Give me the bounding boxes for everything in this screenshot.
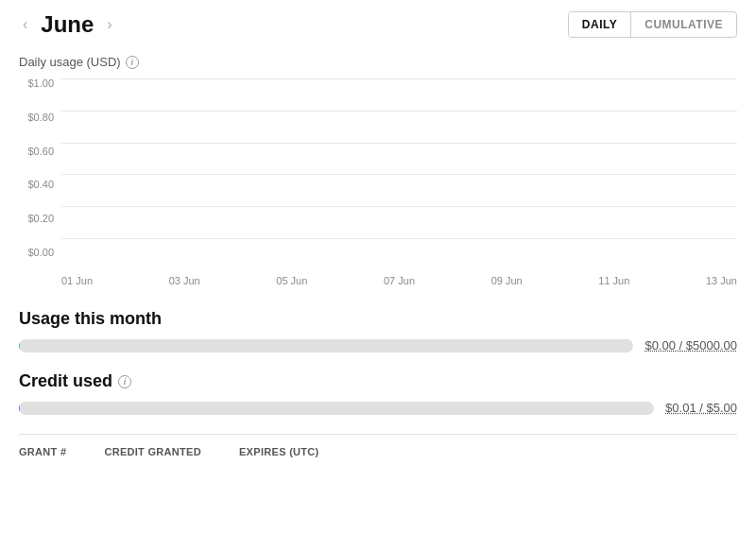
usage-month-title: Usage this month [19,309,737,329]
month-title: June [41,11,94,38]
chart-label-text: Daily usage (USD) [19,55,121,69]
grid-line-5 [61,238,737,239]
y-label-3: $0.40 [27,180,54,190]
x-axis: 01 Jun 03 Jun 05 Jun 07 Jun 09 Jun 11 Ju… [61,275,737,286]
credit-used-section: Credit used i $0.01 / $5.00 [19,371,737,415]
prev-month-button[interactable]: ‹ [19,12,31,37]
table-header: GRANT # CREDIT GRANTED EXPIRES (UTC) [19,434,737,457]
usage-month-label: $0.00 / $5000.00 [644,338,737,352]
grid-lines [61,78,737,239]
y-axis: $1.00 $0.80 $0.60 $0.40 $0.20 $0.00 [19,78,61,258]
credit-used-label: $0.01 / $5.00 [665,401,737,415]
x-label-4: 09 Jun [491,275,523,286]
x-label-2: 05 Jun [276,275,307,286]
x-label-6: 13 Jun [706,275,737,286]
chart-inner [61,78,737,263]
usage-month-section: Usage this month $0.00 / $5000.00 [19,309,737,352]
usage-month-bar [19,339,633,352]
col-header-credit: CREDIT GRANTED [104,446,201,457]
x-label-5: 11 Jun [598,275,629,286]
credit-used-title-row: Credit used i [19,371,737,391]
grid-line-4 [61,206,737,207]
usage-month-row: $0.00 / $5000.00 [19,338,737,352]
x-label-3: 07 Jun [384,275,415,286]
grid-line-3 [61,174,737,175]
page-header: ‹ June › DAILY CUMULATIVE [19,11,737,38]
y-label-2: $0.60 [27,146,54,157]
grid-line-2 [61,143,737,144]
col-header-expires: EXPIRES (UTC) [239,446,319,457]
x-label-0: 01 Jun [61,275,93,286]
x-label-1: 03 Jun [169,275,200,286]
chart-section: Daily usage (USD) i $1.00 $0.80 $0.60 $0… [19,55,737,286]
chart-area: $1.00 $0.80 $0.60 $0.40 $0.20 $0.00 [19,78,737,286]
col-header-grant: GRANT # [19,446,66,457]
grid-line-0 [61,78,737,79]
y-label-1: $0.80 [27,112,54,123]
credit-used-row: $0.01 / $5.00 [19,401,737,415]
credit-used-title-text: Credit used [19,371,112,391]
daily-toggle-button[interactable]: DAILY [569,12,631,37]
credit-info-icon[interactable]: i [118,375,131,388]
credit-used-fill [19,402,20,415]
y-label-0: $1.00 [27,78,54,89]
month-nav: ‹ June › [19,11,116,38]
next-month-button[interactable]: › [103,12,115,37]
view-toggle: DAILY CUMULATIVE [568,11,737,38]
cumulative-toggle-button[interactable]: CUMULATIVE [631,12,736,37]
y-label-5: $0.00 [27,248,54,258]
chart-label: Daily usage (USD) i [19,55,737,69]
y-label-4: $0.20 [27,214,54,224]
usage-month-fill [19,339,20,352]
main-container: ‹ June › DAILY CUMULATIVE Daily usage (U… [0,0,756,476]
chart-info-icon[interactable]: i [126,56,139,69]
grid-line-1 [61,111,737,112]
credit-used-bar [19,402,654,415]
